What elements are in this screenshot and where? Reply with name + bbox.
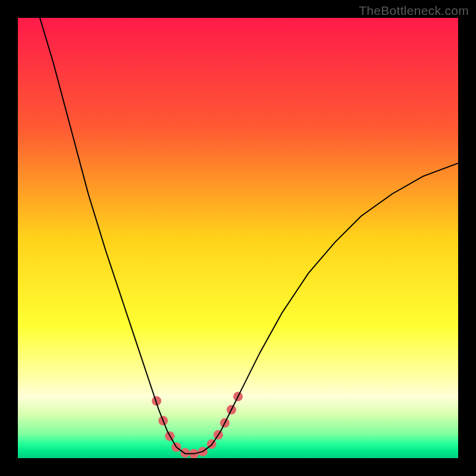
chart-svg xyxy=(18,18,458,458)
marker-dot xyxy=(180,448,190,458)
chart-plot-area xyxy=(18,18,458,458)
watermark-label: TheBottleneck.com xyxy=(359,4,469,18)
